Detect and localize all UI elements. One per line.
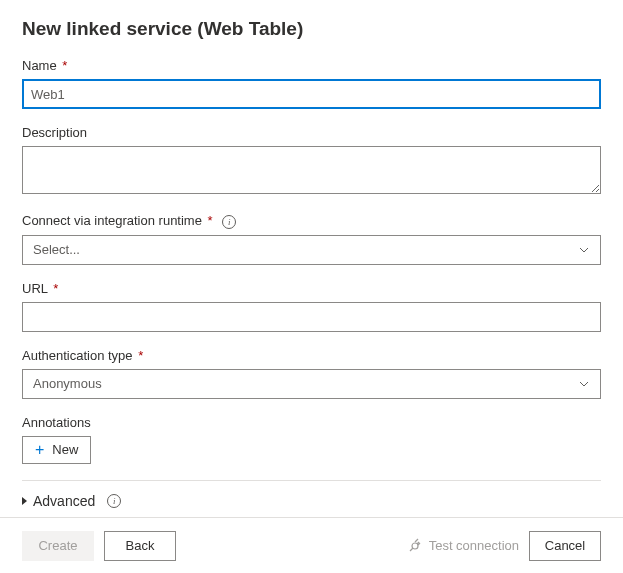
- footer: Create Back Test connection Cancel: [0, 517, 623, 573]
- annotations-field: Annotations + New: [22, 415, 601, 464]
- new-button-label: New: [52, 442, 78, 457]
- runtime-placeholder: Select...: [33, 242, 80, 257]
- required-asterisk: *: [62, 58, 67, 73]
- test-connection-label: Test connection: [429, 538, 519, 553]
- chevron-down-icon: [578, 244, 590, 256]
- name-input[interactable]: [22, 79, 601, 109]
- annotations-label: Annotations: [22, 415, 601, 430]
- auth-type-label: Authentication type *: [22, 348, 601, 363]
- required-asterisk: *: [53, 281, 58, 296]
- name-field: Name *: [22, 58, 601, 109]
- url-field: URL *: [22, 281, 601, 332]
- auth-type-label-text: Authentication type: [22, 348, 133, 363]
- runtime-select[interactable]: Select...: [22, 235, 601, 265]
- page-title: New linked service (Web Table): [22, 18, 601, 40]
- back-button[interactable]: Back: [104, 531, 176, 561]
- footer-left: Create Back: [22, 531, 176, 561]
- url-input[interactable]: [22, 302, 601, 332]
- auth-type-value: Anonymous: [33, 376, 102, 391]
- divider: [22, 480, 601, 481]
- test-connection-button: Test connection: [407, 538, 519, 554]
- description-textarea[interactable]: [22, 146, 601, 194]
- description-field: Description: [22, 125, 601, 197]
- triangle-right-icon: [22, 497, 27, 505]
- url-label: URL *: [22, 281, 601, 296]
- cancel-button[interactable]: Cancel: [529, 531, 601, 561]
- runtime-label: Connect via integration runtime * i: [22, 213, 601, 229]
- required-asterisk: *: [138, 348, 143, 363]
- new-annotation-button[interactable]: + New: [22, 436, 91, 464]
- name-label: Name *: [22, 58, 601, 73]
- chevron-down-icon: [578, 378, 590, 390]
- plug-icon: [407, 538, 423, 554]
- info-icon[interactable]: i: [107, 494, 121, 508]
- auth-type-select[interactable]: Anonymous: [22, 369, 601, 399]
- required-asterisk: *: [208, 213, 213, 228]
- form-content: New linked service (Web Table) Name * De…: [0, 0, 623, 509]
- description-label: Description: [22, 125, 601, 140]
- footer-right: Test connection Cancel: [407, 531, 601, 561]
- name-label-text: Name: [22, 58, 57, 73]
- plus-icon: +: [35, 442, 44, 458]
- advanced-toggle[interactable]: Advanced i: [22, 493, 601, 509]
- advanced-label: Advanced: [33, 493, 95, 509]
- runtime-label-text: Connect via integration runtime: [22, 213, 202, 228]
- url-label-text: URL: [22, 281, 48, 296]
- create-button: Create: [22, 531, 94, 561]
- runtime-field: Connect via integration runtime * i Sele…: [22, 213, 601, 265]
- auth-type-field: Authentication type * Anonymous: [22, 348, 601, 399]
- info-icon[interactable]: i: [222, 215, 236, 229]
